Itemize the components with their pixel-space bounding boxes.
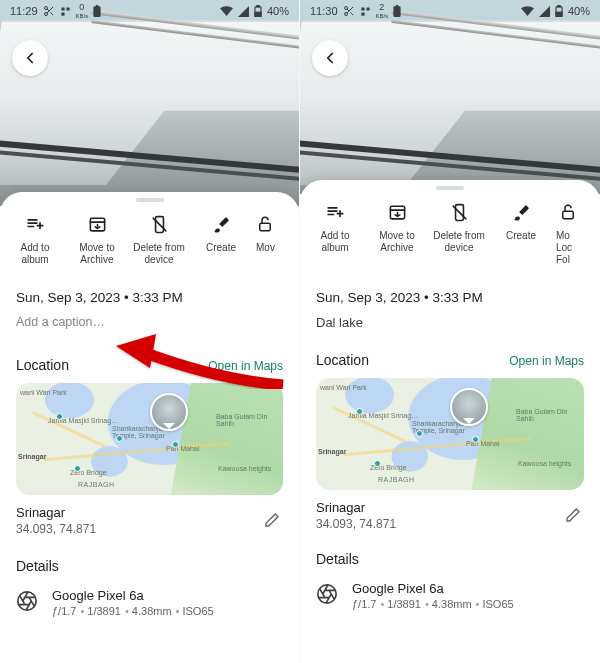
back-button[interactable] bbox=[312, 40, 348, 76]
details-title: Details bbox=[16, 558, 283, 574]
location-city: Srinagar bbox=[16, 505, 96, 520]
playlist-add-icon bbox=[304, 200, 366, 224]
action-move-to-archive[interactable]: Move to Archive bbox=[366, 196, 428, 266]
action-move-locked[interactable]: Mov bbox=[252, 208, 276, 266]
battery-saver-icon bbox=[93, 5, 101, 17]
lock-icon bbox=[554, 200, 582, 224]
status-time: 11:30 bbox=[310, 5, 338, 17]
status-time: 11:29 bbox=[10, 5, 38, 17]
location-map[interactable]: wani Wari Park Jamia Masjid Srinag… Shan… bbox=[316, 378, 584, 490]
archive-icon bbox=[366, 200, 428, 224]
svg-point-12 bbox=[344, 7, 347, 10]
details-title: Details bbox=[316, 551, 584, 567]
device-meta: ƒ/1.7 1/3891 4.38mm ISO65 bbox=[52, 605, 214, 617]
battery-icon bbox=[555, 5, 563, 17]
open-in-maps-link[interactable]: Open in Maps bbox=[509, 354, 584, 368]
action-row: Add to album Move to Archive Delete from… bbox=[300, 192, 600, 276]
no-mobile-icon bbox=[428, 200, 490, 224]
svg-rect-22 bbox=[563, 211, 574, 219]
location-map[interactable]: wani Wari Park Jamia Masjid Srinag… Shan… bbox=[16, 383, 283, 495]
status-bar: 11:29 0KB/s 40% bbox=[0, 0, 299, 22]
edit-location-button[interactable] bbox=[261, 509, 283, 531]
no-mobile-icon bbox=[128, 212, 190, 236]
caption-text[interactable]: Dal lake bbox=[316, 315, 584, 330]
action-label: Delete from device bbox=[128, 242, 190, 266]
map-label: Kawoosa heights bbox=[518, 460, 571, 467]
map-label: Pari Mahal bbox=[166, 445, 199, 452]
svg-rect-4 bbox=[61, 12, 64, 15]
app-icon bbox=[360, 6, 371, 17]
battery-icon bbox=[254, 5, 262, 17]
net-speed: 2KB/s bbox=[376, 3, 389, 20]
action-move-to-archive[interactable]: Move to Archive bbox=[66, 208, 128, 266]
net-speed: 0KB/s bbox=[76, 3, 89, 20]
signal-icon bbox=[539, 6, 550, 17]
action-create[interactable]: Create bbox=[490, 196, 552, 266]
device-name: Google Pixel 6a bbox=[352, 581, 514, 596]
map-pin bbox=[450, 388, 488, 426]
action-row: Add to album Move to Archive Delete from… bbox=[0, 204, 299, 276]
action-move-locked[interactable]: Mo Loc Fol bbox=[552, 196, 582, 266]
location-text-row: Srinagar 34.093, 74.871 bbox=[316, 500, 584, 531]
action-label: Move to Archive bbox=[66, 242, 128, 266]
map-label: Pari Mahal bbox=[466, 440, 499, 447]
action-delete-from-device[interactable]: Delete from device bbox=[428, 196, 490, 266]
map-label: Baba Gulam Din Sahib bbox=[516, 408, 571, 422]
aperture-icon bbox=[16, 590, 38, 612]
action-label: Add to album bbox=[304, 230, 366, 254]
map-label: Kawoosa heights bbox=[218, 465, 271, 472]
sheet-handle[interactable] bbox=[436, 186, 464, 190]
brush-icon bbox=[490, 200, 552, 224]
wifi-icon bbox=[220, 6, 233, 16]
photo-date: Sun, Sep 3, 2023 • 3:33 PM bbox=[316, 290, 584, 305]
map-label: Srinagar bbox=[18, 453, 46, 460]
map-label: Srinagar bbox=[318, 448, 346, 455]
svg-rect-10 bbox=[260, 223, 271, 231]
action-label: Mo Loc Fol bbox=[554, 230, 582, 266]
photo-preview[interactable] bbox=[300, 0, 600, 194]
photo-date: Sun, Sep 3, 2023 • 3:33 PM bbox=[16, 290, 283, 305]
aperture-icon bbox=[316, 583, 338, 605]
map-label: wani Wari Park bbox=[320, 384, 367, 391]
map-label: RAJBAGH bbox=[378, 476, 415, 483]
location-title-row: Location Open in Maps bbox=[316, 352, 584, 368]
sheet-handle[interactable] bbox=[136, 198, 164, 202]
svg-point-13 bbox=[344, 13, 347, 16]
lock-icon bbox=[254, 212, 276, 236]
map-label: Baba Gulam Din Sahib bbox=[216, 413, 271, 427]
device-row: Google Pixel 6a ƒ/1.7 1/3891 4.38mm ISO6… bbox=[316, 581, 584, 618]
map-label: wani Wari Park bbox=[20, 389, 67, 396]
action-label: Delete from device bbox=[428, 230, 490, 254]
action-label: Move to Archive bbox=[366, 230, 428, 254]
action-label: Create bbox=[490, 230, 552, 242]
location-coords: 34.093, 74.871 bbox=[16, 522, 96, 536]
action-create[interactable]: Create bbox=[190, 208, 252, 266]
svg-rect-6 bbox=[257, 5, 259, 7]
playlist-add-icon bbox=[4, 212, 66, 236]
app-icon bbox=[60, 6, 71, 17]
info-sheet: Add to album Move to Archive Delete from… bbox=[300, 180, 600, 663]
action-add-to-album[interactable]: Add to album bbox=[304, 196, 366, 266]
device-row: Google Pixel 6a ƒ/1.7 1/3891 4.38mm ISO6… bbox=[16, 588, 283, 625]
caption-input[interactable]: Add a caption… bbox=[16, 315, 283, 329]
open-in-maps-link[interactable]: Open in Maps bbox=[208, 359, 283, 373]
photo-preview[interactable] bbox=[0, 0, 299, 206]
map-label: RAJBAGH bbox=[78, 481, 115, 488]
scissors-icon bbox=[343, 5, 355, 17]
edit-location-button[interactable] bbox=[562, 504, 584, 526]
screen-after: 11:30 2KB/s 40% Add to album bbox=[300, 0, 600, 663]
svg-rect-15 bbox=[366, 7, 369, 10]
wifi-icon bbox=[521, 6, 534, 16]
location-city: Srinagar bbox=[316, 500, 396, 515]
action-label: Create bbox=[190, 242, 252, 254]
action-add-to-album[interactable]: Add to album bbox=[4, 208, 66, 266]
location-title: Location bbox=[16, 357, 69, 373]
battery-saver-icon bbox=[393, 5, 401, 17]
back-button[interactable] bbox=[12, 40, 48, 76]
svg-rect-16 bbox=[361, 12, 364, 15]
svg-rect-3 bbox=[66, 7, 69, 10]
device-meta: ƒ/1.7 1/3891 4.38mm ISO65 bbox=[352, 598, 514, 610]
info-sheet: Add to album Move to Archive Delete from… bbox=[0, 192, 299, 663]
action-delete-from-device[interactable]: Delete from device bbox=[128, 208, 190, 266]
location-coords: 34.093, 74.871 bbox=[316, 517, 396, 531]
